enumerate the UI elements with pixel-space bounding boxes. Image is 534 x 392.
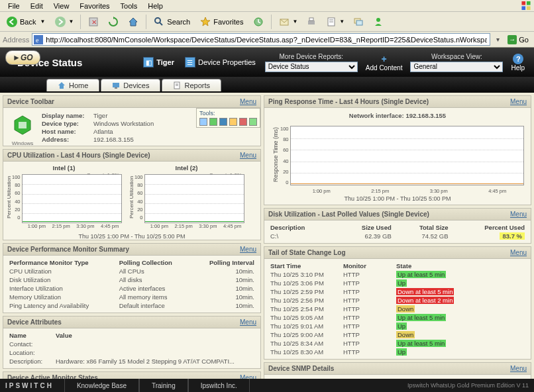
messenger-button[interactable]	[369, 14, 388, 30]
footer-ipswitch[interactable]: Ipswitch Inc.	[188, 379, 250, 392]
tool-icon-6[interactable]	[249, 118, 257, 126]
tool-icon-5[interactable]	[239, 118, 247, 126]
reports-tab-icon	[173, 81, 181, 89]
tool-icon-1[interactable]	[199, 118, 207, 126]
panel-title: Ping Response Time - Last 4 Hours (Singl…	[268, 98, 429, 105]
footer-copyright: Ipswitch WhatsUp Gold Premium Edition V …	[250, 382, 529, 389]
print-button[interactable]	[302, 14, 321, 30]
panel-menu-link[interactable]: Menu	[240, 318, 256, 326]
go-icon: →	[507, 35, 517, 44]
menu-tools[interactable]: Tools	[115, 1, 143, 11]
svg-point-19	[376, 18, 380, 22]
favorites-button[interactable]: Favorites	[196, 14, 248, 30]
app-header: ►GO Device Status ◧Tiger ☰Device Propert…	[0, 48, 534, 77]
mail-icon	[278, 16, 290, 28]
search-button[interactable]: Search	[150, 14, 195, 30]
footer-training[interactable]: Training	[139, 379, 188, 392]
menu-help[interactable]: Help	[142, 1, 168, 11]
panel-menu-link[interactable]: Menu	[240, 246, 256, 253]
tab-reports[interactable]: Reports	[162, 79, 221, 91]
table-row: Disk UtilizationAll disks10min.	[7, 275, 256, 284]
panel-title: Tail of State Change Log	[268, 249, 345, 256]
svg-rect-27	[19, 122, 27, 128]
menu-favorites[interactable]: Favorites	[74, 1, 115, 11]
brand-logo: IPSWITCH	[5, 382, 54, 389]
display-name-label: Display name:	[42, 112, 93, 119]
table-row: Memory UtilizationAll memory items10min.	[7, 293, 256, 301]
more-reports-select[interactable]: Device Status	[265, 62, 358, 72]
panel-menu-link[interactable]: Menu	[510, 365, 527, 372]
devices-tab-icon	[112, 81, 120, 89]
help-button[interactable]: ?Help	[511, 54, 525, 72]
tool-icon-3[interactable]	[219, 118, 227, 126]
panel-disk-utilization: Disk Utilization - Last Polled Values (S…	[264, 208, 531, 244]
refresh-button[interactable]	[104, 14, 123, 30]
go-button[interactable]: →Go	[505, 33, 531, 46]
table-row: Thu 10/25 9:05 AMHTTPUp at least 5 min	[268, 313, 527, 322]
panel-title: Device Toolbar	[7, 98, 54, 105]
cpu-chart-1: Intel (1)Current: 1.0% Percent Utilizati…	[6, 164, 122, 229]
discuss-icon	[352, 16, 364, 28]
print-icon	[305, 16, 317, 28]
svg-text:?: ?	[516, 55, 521, 63]
state-badge: Down	[396, 331, 415, 338]
menu-view[interactable]: View	[48, 1, 75, 11]
history-icon	[252, 16, 264, 28]
tools-box: Tools:	[196, 108, 260, 128]
state-badge: Up at least 5 min	[396, 340, 446, 347]
svg-line-9	[160, 23, 162, 25]
forward-icon	[54, 16, 66, 28]
star-icon	[199, 16, 211, 28]
panel-perf-summary: Device Performance Monitor SummaryMenu P…	[3, 243, 261, 313]
workspace-view-select[interactable]: General	[410, 62, 503, 72]
tab-devices[interactable]: Devices	[101, 79, 160, 91]
tab-home[interactable]: Home	[46, 79, 99, 91]
device-icon: ◧	[143, 57, 154, 68]
svg-point-5	[55, 17, 66, 27]
panel-title: Device Performance Monitor Summary	[7, 246, 129, 253]
table-row: Thu 10/25 8:30 AMHTTPUp	[268, 348, 527, 356]
address-dropdown-icon[interactable]: ▾	[493, 36, 502, 43]
device-name: Tiger	[156, 58, 174, 66]
panel-device-toolbar: Device ToolbarMenu Windows Display name:…	[3, 95, 261, 146]
table-row: Thu 10/25 2:56 PMHTTPDown at least 2 min	[268, 296, 527, 305]
home-button[interactable]	[124, 14, 142, 30]
add-content-button[interactable]: +Add Content	[366, 54, 403, 72]
panel-menu-link[interactable]: Menu	[510, 98, 527, 105]
table-row: Thu 10/25 2:59 PMHTTPDown at least 5 min	[268, 287, 527, 296]
stop-button[interactable]: ✕	[84, 14, 103, 30]
footer-knowledge-base[interactable]: Knowledge Base	[64, 379, 139, 392]
panel-menu-link[interactable]: Menu	[240, 98, 256, 105]
state-badge: Down at least 5 min	[396, 288, 454, 295]
panel-menu-link[interactable]: Menu	[240, 152, 256, 159]
menu-file[interactable]: File	[3, 1, 25, 11]
mail-button[interactable]: ▼	[275, 14, 301, 30]
panel-ping-response: Ping Response Time - Last 4 Hours (Singl…	[264, 95, 531, 205]
back-icon	[6, 16, 18, 28]
person-icon	[372, 16, 384, 28]
discuss-button[interactable]	[349, 14, 368, 30]
search-icon	[153, 16, 165, 28]
home-tab-icon	[58, 81, 66, 89]
edit-button[interactable]: ▼	[322, 14, 348, 30]
table-row: Thu 10/25 3:06 PMHTTPUp	[268, 279, 527, 287]
panel-menu-link[interactable]: Menu	[510, 211, 527, 218]
history-button[interactable]	[249, 14, 268, 30]
perf-table: Performance Monitor TypePolling Collecti…	[7, 258, 256, 310]
plus-icon: +	[378, 54, 391, 64]
tool-icon-2[interactable]	[209, 118, 217, 126]
svg-rect-22	[113, 83, 119, 87]
address-bar: Address ▾ →Go	[0, 32, 534, 48]
menu-edit[interactable]: Edit	[25, 1, 48, 11]
back-button[interactable]: Back▼	[3, 14, 50, 30]
address-input[interactable]	[32, 33, 490, 46]
tool-icon-4[interactable]	[229, 118, 237, 126]
panel-menu-link[interactable]: Menu	[510, 249, 527, 256]
go-logo[interactable]: ►GO	[5, 50, 40, 65]
properties-icon: ☰	[185, 57, 195, 68]
workspace-view-label: Workspace View:	[431, 53, 482, 60]
table-row: Ping Latency and AvailabilityDefault int…	[7, 301, 256, 310]
forward-button[interactable]: ▼	[51, 14, 77, 30]
toolbar: Back▼ ▼ ✕ Search Favorites ▼ ▼	[0, 12, 534, 32]
device-properties-button[interactable]: ☰Device Properties	[185, 57, 256, 68]
